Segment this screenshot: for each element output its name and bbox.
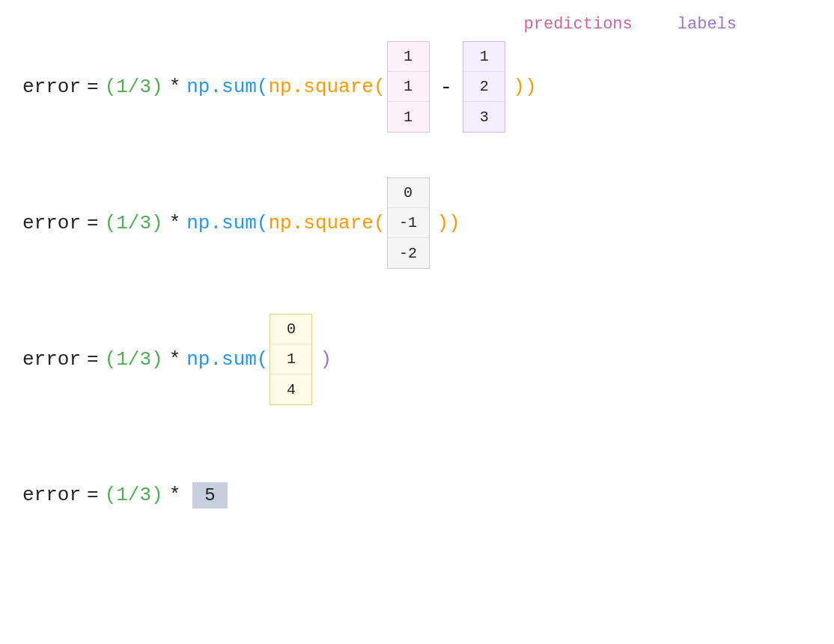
equation-row-1: error = (1/3) * np.sum( np.square( 1 1 1…	[0, 41, 834, 133]
np-sum-3: np.sum(	[186, 348, 268, 371]
equation-row-2: error = (1/3) * np.sum( np.square( 0 -1 …	[0, 177, 834, 269]
pred-cell-0: 1	[388, 42, 429, 72]
np-square-2: np.square(	[268, 212, 385, 234]
equation-text-2: error = (1/3) * np.sum( np.square( 0 -1 …	[22, 177, 460, 269]
frac-4: (1/3)	[105, 484, 163, 506]
eq-4: =	[87, 484, 99, 506]
minus-1: -	[440, 76, 453, 99]
sq-cell-0: 0	[270, 315, 311, 344]
sq-cell-1: 1	[270, 344, 311, 374]
page: predictions labels error = (1/3) * np.su…	[0, 0, 834, 644]
closing-2: ))	[437, 212, 460, 234]
header-labels: predictions labels	[22, 15, 834, 34]
closing-3: )	[320, 348, 332, 371]
label-cell-0: 1	[463, 42, 505, 72]
error-label-1: error	[22, 76, 81, 98]
error-label-2: error	[22, 212, 81, 234]
equation-text-4: error = (1/3) * 5	[22, 482, 228, 508]
diff-vector: 0 -1 -2	[387, 177, 430, 269]
times-3: *	[169, 348, 181, 371]
equation-text-1: error = (1/3) * np.sum( np.square( 1 1 1…	[22, 41, 537, 133]
labels-label: labels	[678, 15, 737, 34]
frac-3: (1/3)	[105, 348, 163, 371]
eq-3: =	[87, 348, 99, 371]
np-sum-1: np.sum(	[186, 76, 268, 98]
equation-text-3: error = (1/3) * np.sum( 0 1 4 )	[22, 314, 332, 405]
diff-cell-2: -2	[388, 238, 429, 268]
scalar-value: 5	[192, 482, 227, 508]
diff-cell-0: 0	[388, 178, 429, 208]
labels-vector: 1 2 3	[463, 41, 505, 133]
eq-1: =	[87, 76, 99, 98]
frac-2: (1/3)	[105, 212, 163, 234]
predictions-vector: 1 1 1	[387, 41, 430, 133]
sq-cell-2: 4	[270, 374, 311, 404]
error-label-3: error	[22, 348, 81, 371]
times-1: *	[169, 76, 181, 98]
closing-1: ))	[513, 76, 536, 98]
np-square-1: np.square(	[268, 76, 385, 98]
pred-cell-1: 1	[388, 72, 429, 102]
equation-row-3: error = (1/3) * np.sum( 0 1 4 )	[0, 314, 834, 405]
label-cell-2: 3	[463, 102, 505, 132]
eq-2: =	[87, 212, 99, 234]
pred-cell-2: 1	[388, 102, 429, 132]
times-2: *	[169, 212, 181, 234]
equation-row-4: error = (1/3) * 5	[0, 450, 834, 540]
frac-1: (1/3)	[105, 76, 163, 98]
error-label-4: error	[22, 484, 81, 506]
np-sum-2: np.sum(	[186, 212, 268, 234]
times-4: *	[169, 484, 181, 506]
squared-vector: 0 1 4	[270, 314, 312, 405]
label-cell-1: 2	[463, 72, 505, 102]
diff-cell-1: -1	[388, 208, 429, 238]
predictions-label: predictions	[524, 15, 633, 34]
header-area: predictions labels	[0, 15, 834, 34]
